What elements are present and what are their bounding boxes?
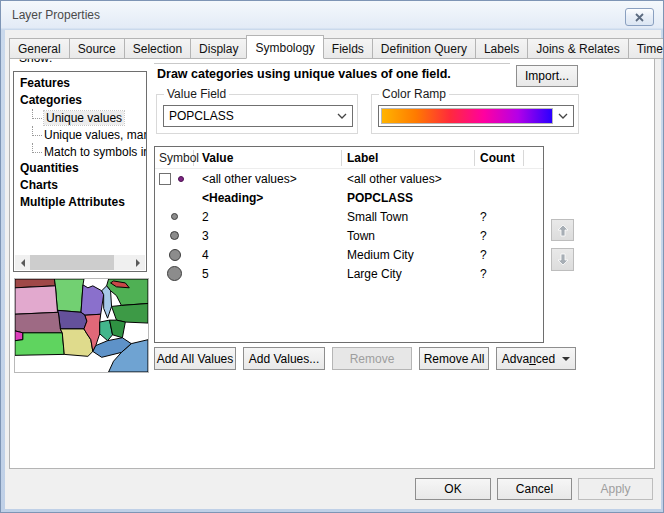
table-row[interactable]: 4 Medium City ? [155,245,543,264]
tab-labels[interactable]: Labels [475,38,528,59]
method-description: Draw categories using unique values of o… [157,67,451,81]
symbol-dot[interactable] [171,213,178,220]
table-row[interactable]: 5 Large City ? [155,264,543,283]
value-field-selected: POPCLASS [164,109,332,123]
tab-strip: General Source Selection Display Symbolo… [9,37,664,59]
value-field-group: Value Field POPCLASS [156,94,358,134]
tab-fields[interactable]: Fields [323,38,373,59]
color-ramp-swatch [381,108,553,124]
color-ramp-dropdown[interactable] [378,105,574,127]
color-ramp-label: Color Ramp [379,87,449,101]
tree-item-categories[interactable]: Categories [20,92,146,109]
chevron-down-icon [332,113,352,119]
tree-item-charts[interactable]: Charts [20,177,146,194]
move-down-button[interactable] [551,248,574,271]
section-divider [154,63,510,64]
categories-table: Symbol Value Label Count <all other valu… [154,146,544,343]
scrollbar-right-arrow-icon[interactable] [130,255,145,270]
all-other-values-checkbox[interactable] [159,173,171,185]
symbol-dot[interactable] [167,266,182,281]
table-row-heading[interactable]: <Heading> POPCLASS [155,188,543,207]
down-arrow-icon [557,253,569,266]
add-values-button[interactable]: Add Values... [243,347,325,370]
advanced-button[interactable]: Advanced [496,347,576,370]
header-label: Label [342,150,475,166]
tab-general[interactable]: General [9,38,70,59]
tree-item-unique-values[interactable]: Unique values [20,109,146,126]
tab-definition-query[interactable]: Definition Query [372,38,476,59]
chevron-down-icon [553,113,573,119]
tree-item-match-symbols[interactable]: Match to symbols in a [20,143,146,160]
show-tree: Features Categories Unique values Unique… [13,71,147,272]
tree-item-features[interactable]: Features [20,75,146,92]
close-button[interactable] [625,8,654,26]
table-row[interactable]: 3 Town ? [155,226,543,245]
import-button[interactable]: Import... [516,65,578,87]
scrollbar-thumb[interactable] [30,255,114,270]
tab-source[interactable]: Source [69,38,125,59]
color-ramp-group: Color Ramp [371,94,579,134]
tree-item-quantities[interactable]: Quantities [20,160,146,177]
tab-display[interactable]: Display [190,38,247,59]
symbol-dot[interactable] [169,249,181,261]
tab-selection[interactable]: Selection [124,38,191,59]
symbol-dot[interactable] [170,231,179,240]
tab-joins-relates[interactable]: Joins & Relates [527,38,628,59]
symbology-map-preview [14,278,149,373]
symbol-dot [178,176,184,182]
dialog-body: General Source Selection Display Symbolo… [5,30,661,509]
table-row[interactable]: 2 Small Town ? [155,207,543,226]
tree-item-multiple-attributes[interactable]: Multiple Attributes [20,194,146,211]
header-symbol: Symbol [155,150,194,166]
window-title: Layer Properties [12,8,100,22]
symbology-tab-page: Show: Features Categories Unique values … [9,58,655,469]
up-arrow-icon [557,224,569,237]
tab-symbology[interactable]: Symbology [246,35,323,59]
table-row[interactable]: <all other values> <all other values> [155,169,543,188]
value-field-dropdown[interactable]: POPCLASS [163,105,353,127]
close-icon [635,13,644,22]
title-bar[interactable]: Layer Properties [1,1,663,30]
cancel-button[interactable]: Cancel [497,478,572,500]
remove-button: Remove [332,347,412,370]
tree-item-unique-values-many[interactable]: Unique values, many [20,126,146,143]
header-count: Count [475,150,524,166]
apply-button: Apply [578,478,653,500]
header-value: Value [194,150,342,166]
value-field-label: Value Field [164,87,229,101]
move-up-button[interactable] [551,219,574,241]
tab-time[interactable]: Time [628,38,664,59]
layer-properties-dialog: Layer Properties General Source Selectio… [0,0,664,513]
tree-horizontal-scrollbar[interactable] [15,255,145,270]
ok-button[interactable]: OK [415,478,491,500]
scrollbar-left-arrow-icon[interactable] [15,255,30,270]
add-all-values-button[interactable]: Add All Values [154,347,236,370]
dropdown-arrow-icon [562,357,570,365]
remove-all-button[interactable]: Remove All [419,347,489,370]
table-header: Symbol Value Label Count [155,147,543,169]
